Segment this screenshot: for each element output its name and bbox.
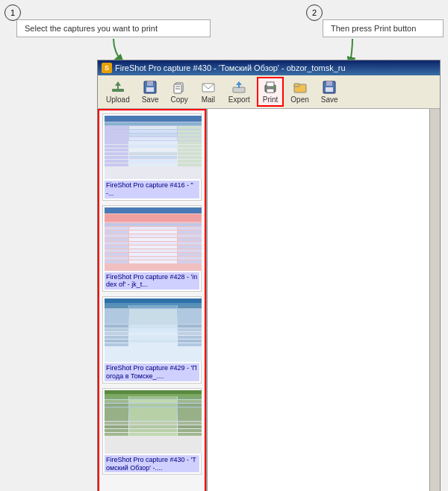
open-icon	[293, 80, 308, 95]
svg-rect-16	[267, 89, 274, 93]
capture-thumb-429	[105, 298, 202, 362]
capture-item-416[interactable]: FireShot Pro capture #416 - " -...	[102, 113, 202, 201]
app-logo: S	[102, 63, 112, 73]
step1-indicator: 1	[4, 4, 21, 21]
save1-icon	[143, 80, 158, 95]
svg-rect-6	[146, 87, 154, 92]
save2-label: Save	[321, 96, 338, 104]
copy-label: Copy	[171, 96, 188, 104]
step2-callout: Then press Print button	[323, 19, 444, 37]
copy-icon	[172, 80, 187, 95]
save1-label: Save	[142, 96, 159, 104]
mail-icon	[201, 80, 216, 95]
print-icon	[263, 80, 278, 95]
open-button[interactable]: Open	[285, 78, 314, 106]
svg-rect-2	[112, 89, 124, 92]
capture-label-416: FireShot Pro capture #416 - " -...	[105, 181, 199, 198]
capture-thumb-428	[105, 207, 202, 271]
step2-indicator: 2	[306, 4, 323, 21]
scrollbar[interactable]	[429, 109, 440, 491]
capture-label-429: FireShot Pro capture #429 - 'Погода в То…	[105, 363, 199, 381]
save1-button[interactable]: Save	[137, 78, 164, 106]
svg-marker-3	[115, 81, 121, 89]
save2-icon	[322, 80, 337, 95]
open-label: Open	[290, 96, 308, 104]
capture-item-429[interactable]: FireShot Pro capture #429 - 'Погода в То…	[102, 296, 202, 384]
copy-button[interactable]: Copy	[166, 78, 193, 106]
upload-icon	[111, 80, 125, 95]
content-area: FireShot Pro capture #416 - " -...	[98, 109, 440, 491]
print-button[interactable]: Print	[257, 77, 284, 107]
toolbar: Upload Save Copy	[98, 75, 440, 109]
capture-item-430[interactable]: FireShot Pro capture #430 - 'Томский Обз…	[102, 388, 202, 475]
export-label: Export	[228, 96, 250, 104]
export-icon	[231, 80, 246, 95]
capture-label-430: FireShot Pro capture #430 - 'Томский Обз…	[105, 455, 199, 473]
capture-label-428: FireShot Pro capture #428 - 'index of' -…	[105, 272, 199, 290]
upload-label: Upload	[106, 96, 130, 104]
capture-item-428[interactable]: FireShot Pro capture #428 - 'index of' -…	[102, 205, 202, 293]
upload-button[interactable]: Upload	[101, 78, 135, 106]
title-bar: S FireShot Pro capture #430 - 'Томский О…	[98, 60, 440, 75]
mail-label: Mail	[202, 96, 215, 104]
app-window: S FireShot Pro capture #430 - 'Томский О…	[97, 60, 441, 491]
step1-callout: Select the captures you want to print	[16, 19, 211, 37]
svg-rect-5	[147, 81, 153, 86]
svg-rect-15	[267, 82, 274, 87]
svg-rect-22	[326, 87, 333, 92]
svg-rect-21	[326, 81, 332, 86]
svg-point-17	[273, 87, 276, 89]
export-button[interactable]: Export	[223, 78, 255, 106]
mail-button[interactable]: Mail	[195, 78, 222, 106]
capture-thumb-430	[105, 390, 202, 454]
capture-thumb-416	[105, 116, 202, 179]
window-title: FireShot Pro capture #430 - 'Томский Обз…	[115, 63, 346, 72]
print-label: Print	[263, 96, 279, 104]
svg-rect-19	[294, 84, 299, 87]
svg-rect-12	[233, 87, 245, 93]
preview-panel	[206, 109, 440, 491]
captures-panel: FireShot Pro capture #416 - " -...	[98, 109, 206, 491]
save2-button[interactable]: Save	[316, 78, 343, 106]
